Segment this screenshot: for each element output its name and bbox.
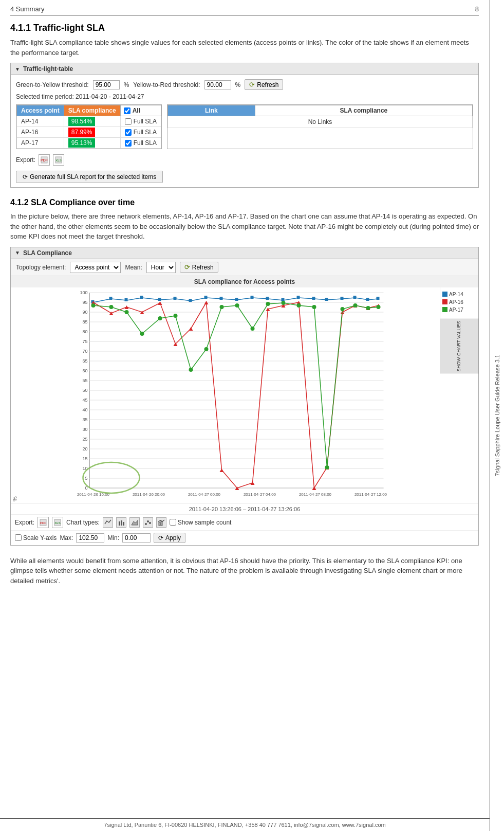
svg-point-107	[297, 303, 301, 308]
svg-marker-80	[189, 327, 193, 331]
svg-rect-64	[251, 296, 254, 299]
export-xls-button[interactable]: XLS	[53, 154, 64, 166]
svg-text:80: 80	[82, 329, 87, 334]
green-yellow-input[interactable]	[93, 80, 120, 89]
section-title-1: 4.1.1 Traffic-light SLA	[10, 23, 479, 33]
apply-icon: ⟳	[158, 534, 163, 541]
svg-point-111	[353, 303, 358, 308]
footer: 7signal Ltd, Panuntie 6, FI-00620 HELSIN…	[0, 818, 490, 831]
svg-point-100	[189, 368, 193, 372]
svg-text:20: 20	[82, 446, 87, 451]
svg-text:25: 25	[82, 437, 87, 442]
svg-marker-85	[266, 308, 270, 311]
mean-select[interactable]: Hour	[146, 262, 176, 273]
yellow-red-label: Yellow-to-Red threshold:	[133, 81, 200, 88]
generate-sla-report-button[interactable]: ⟳ Generate full SLA report for the selec…	[16, 171, 163, 183]
chart-type-combo[interactable]	[156, 517, 166, 528]
yellow-red-input[interactable]	[204, 80, 231, 89]
scale-y-axis-checkbox[interactable]	[15, 534, 22, 541]
svg-text:90: 90	[82, 310, 87, 315]
svg-point-112	[366, 306, 370, 310]
svg-point-94	[91, 303, 96, 308]
svg-point-114	[83, 462, 140, 493]
table-row: No Links	[167, 116, 472, 128]
chart-type-area[interactable]	[129, 517, 140, 528]
section-desc-2: In the picture below, there are three ne…	[10, 211, 479, 242]
svg-rect-62	[220, 297, 223, 300]
refresh-button-2[interactable]: ⟳ Refresh	[180, 262, 218, 273]
chart-type-line[interactable]	[103, 517, 113, 528]
full-sla-checkbox[interactable]	[125, 140, 132, 147]
apply-button[interactable]: ⟳ Apply	[154, 533, 185, 543]
chart-export-pdf[interactable]: PDF	[38, 517, 49, 528]
percent2: %	[235, 81, 241, 88]
svg-text:45: 45	[82, 398, 87, 403]
export-label: Export:	[16, 156, 35, 164]
sla-value: 95.13%	[64, 138, 120, 149]
show-sample-count-label: Show sample count	[178, 519, 232, 526]
svg-point-110	[341, 307, 345, 311]
chart-type-bar[interactable]	[116, 517, 126, 528]
svg-point-103	[235, 303, 239, 308]
svg-text:PDF: PDF	[41, 158, 48, 162]
svg-point-97	[140, 332, 144, 336]
export-pdf-button[interactable]: PDF	[39, 154, 50, 166]
svg-rect-119	[119, 521, 120, 526]
topology-select[interactable]: Access point	[70, 262, 121, 273]
svg-rect-60	[189, 299, 192, 302]
show-chart-values-button[interactable]: SHOW CHART VALUES	[440, 319, 478, 374]
svg-text:60: 60	[82, 368, 87, 373]
svg-point-109	[325, 465, 329, 469]
svg-point-98	[158, 316, 162, 320]
table-row: AP-16 87.99% Full SLA	[17, 127, 161, 138]
svg-text:2011-04-27 12:00: 2011-04-27 12:00	[354, 492, 387, 497]
ap-name: AP-17	[17, 138, 64, 149]
all-checkbox[interactable]	[124, 107, 130, 114]
svg-text:2011-04-26 20:00: 2011-04-26 20:00	[133, 492, 165, 497]
svg-text:2011-04-27 04:00: 2011-04-27 04:00	[244, 492, 276, 497]
section-desc-3: While all elements would benefit from so…	[10, 556, 479, 586]
collapse-icon[interactable]: ▼	[15, 66, 20, 72]
svg-text:50: 50	[82, 388, 87, 393]
svg-rect-71	[353, 296, 357, 299]
svg-text:55: 55	[82, 378, 87, 383]
y-axis-label: %	[11, 287, 19, 503]
sla-value: 98.54%	[64, 116, 120, 127]
widget-title: Traffic-light-table	[23, 65, 73, 73]
show-sample-count-checkbox[interactable]	[170, 519, 176, 526]
svg-marker-122	[132, 520, 138, 525]
svg-text:XLS: XLS	[54, 521, 60, 525]
chart-legend: AP-14 AP-16 AP-17	[440, 287, 478, 319]
legend-color-ap17	[442, 307, 447, 312]
full-sla-checkbox[interactable]	[125, 129, 132, 136]
svg-point-99	[174, 314, 178, 318]
svg-rect-56	[125, 298, 128, 301]
svg-point-105	[266, 302, 270, 306]
legend-item-ap16: AP-16	[442, 299, 476, 305]
checkbox-cell: Full SLA	[120, 138, 161, 149]
section-title-2: 4.1.2 SLA Compliance over time	[10, 198, 479, 207]
page-number: 8	[475, 5, 479, 13]
ap-name: AP-14	[17, 116, 64, 127]
period-label: Selected time period:	[16, 93, 74, 100]
svg-point-102	[220, 305, 224, 309]
sla-collapse-icon[interactable]: ▼	[15, 250, 20, 256]
refresh-button-1[interactable]: ⟳ Refresh	[245, 79, 283, 90]
svg-rect-58	[158, 298, 161, 301]
max-input[interactable]	[76, 533, 104, 543]
period-value: 2011-04-20 - 2011-04-27	[76, 93, 144, 100]
svg-rect-65	[266, 297, 269, 300]
sla-widget-title: SLA Compliance	[23, 249, 72, 257]
page-section-label: 4 Summary	[10, 5, 44, 13]
svg-text:30: 30	[82, 427, 87, 432]
chart-title: SLA compliance for Access points	[11, 276, 478, 287]
min-input[interactable]	[122, 533, 151, 543]
chart-export-xls[interactable]: XLS	[52, 517, 63, 528]
full-sla-checkbox[interactable]	[125, 118, 132, 125]
show-chart-values-label: SHOW CHART VALUES	[456, 321, 461, 372]
svg-point-104	[251, 327, 255, 331]
sla-value: 87.99%	[64, 127, 120, 138]
chart-type-scatter[interactable]	[143, 517, 153, 528]
svg-rect-59	[174, 297, 177, 300]
green-yellow-label: Green-to-Yellow threshold:	[16, 81, 89, 88]
